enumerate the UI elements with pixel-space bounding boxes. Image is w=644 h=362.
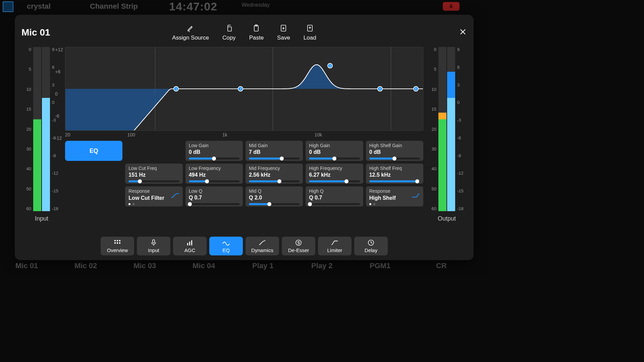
param-slider[interactable] <box>128 180 179 182</box>
svg-rect-10 <box>117 242 118 244</box>
output-meter: 0510152030405060 9630-3-6-9-12-15-18 Out… <box>427 47 467 255</box>
param-high-gain[interactable]: High Gain0 dB <box>306 141 363 161</box>
bg-appname: crystal <box>27 2 51 11</box>
bg-ch7: CR <box>436 261 447 270</box>
load-button[interactable]: Load <box>304 24 316 41</box>
eq-icon <box>222 239 230 246</box>
tab-agc[interactable]: AGC <box>173 237 207 255</box>
processing-tabs: OverviewInputAGCEQDynamicsDe-EsserLimite… <box>65 232 423 255</box>
delay-icon <box>368 239 374 246</box>
assign-source-button[interactable]: Assign Source <box>172 24 209 41</box>
param-low-frequency[interactable]: Low Frequency494 Hz <box>185 164 243 184</box>
bg-ch2: Mic 03 <box>133 261 156 270</box>
input-bar-1 <box>33 47 41 211</box>
save-icon <box>279 24 288 33</box>
param-slider[interactable] <box>249 158 300 160</box>
param-high-shelf-gain[interactable]: High Shelf Gain0 dB <box>366 141 423 161</box>
param-slider[interactable] <box>369 180 420 182</box>
overview-icon <box>114 239 121 246</box>
channel-title: Mic 01 <box>21 27 156 38</box>
param-response[interactable]: ResponseHigh Shelf <box>366 186 423 206</box>
eq-graph[interactable]: +12+60-6-12 12345 201001k10k <box>65 47 423 141</box>
svg-rect-12 <box>153 240 155 243</box>
input-icon <box>151 239 157 246</box>
bg-viewname: Channel Strip <box>90 2 138 11</box>
copy-icon <box>225 24 233 33</box>
tab-delay[interactable]: Delay <box>354 237 388 255</box>
eq-node-4[interactable]: 4 <box>377 86 383 92</box>
bg-ch3: Mic 04 <box>193 261 215 270</box>
limiter-icon <box>331 239 338 246</box>
bg-ch5: Play 2 <box>311 261 333 270</box>
bg-ch0: Mic 01 <box>15 261 38 270</box>
param-slider[interactable] <box>309 203 360 205</box>
paste-icon <box>252 24 261 33</box>
svg-rect-14 <box>189 242 190 245</box>
tab-input[interactable]: Input <box>137 237 170 255</box>
pencil-icon <box>186 24 195 33</box>
tab-overview[interactable]: Overview <box>101 237 134 255</box>
svg-rect-7 <box>117 240 118 241</box>
svg-rect-11 <box>119 242 120 244</box>
param-slider[interactable] <box>369 158 420 160</box>
svg-rect-1 <box>228 27 231 31</box>
bg-ch6: PGM1 <box>370 261 390 270</box>
eq-node-1[interactable]: 1 <box>173 86 179 92</box>
svg-rect-0 <box>450 4 452 7</box>
svg-rect-13 <box>187 243 188 245</box>
param-low-gain[interactable]: Low Gain0 dB <box>185 141 243 161</box>
output-bar-1 <box>438 47 446 211</box>
save-button[interactable]: Save <box>277 24 290 41</box>
toolbar: Assign Source Copy Paste Save Load <box>156 24 333 41</box>
param-slider[interactable] <box>309 158 360 160</box>
paste-button[interactable]: Paste <box>249 24 264 41</box>
eq-node-3[interactable]: 3 <box>327 63 333 68</box>
tab-deesser[interactable]: De-Esser <box>282 237 315 255</box>
param-slider[interactable] <box>189 203 239 205</box>
bg-day: Wednesday <box>241 2 270 8</box>
param-slider[interactable] <box>189 158 239 160</box>
param-high-q[interactable]: High QQ 0.7 <box>306 186 363 206</box>
copy-button[interactable]: Copy <box>222 24 236 41</box>
record-indicator <box>443 2 460 11</box>
svg-rect-15 <box>191 240 192 245</box>
param-low-cut-freq[interactable]: Low Cut Freq151 Hz <box>125 164 182 184</box>
input-bar-2 <box>42 47 50 211</box>
output-bar-2 <box>447 47 455 211</box>
highshelf-icon <box>411 192 420 200</box>
bg-ch4: Play 1 <box>252 261 274 270</box>
svg-rect-9 <box>114 242 116 244</box>
param-slider[interactable] <box>309 180 360 182</box>
param-response[interactable]: ResponseLow Cut Filter <box>125 186 182 206</box>
tab-eq[interactable]: EQ <box>209 237 243 255</box>
close-button[interactable] <box>459 28 467 37</box>
param-high-frequency[interactable]: High Frequency6.27 kHz <box>306 164 363 184</box>
param-mid-frequency[interactable]: Mid Frequency2.56 kHz <box>246 164 303 184</box>
close-icon <box>459 28 467 36</box>
deesser-icon <box>295 239 302 246</box>
bg-clock: 14:47:02 <box>169 0 217 13</box>
channel-strip-modal: Mic 01 Assign Source Copy Paste Save Loa… <box>15 15 474 260</box>
load-icon <box>306 24 314 33</box>
input-meter-label: Input <box>35 215 48 222</box>
param-mid-gain[interactable]: Mid Gain7 dB <box>246 141 303 161</box>
tab-dynamics[interactable]: Dynamics <box>246 237 279 255</box>
param-high-shelf-freq[interactable]: High Shelf Freq12.5 kHz <box>366 164 423 184</box>
svg-rect-6 <box>114 240 116 241</box>
dynamics-icon <box>259 239 266 246</box>
eq-toggle-button[interactable]: EQ <box>65 141 122 161</box>
tab-limiter[interactable]: Limiter <box>318 237 352 255</box>
agc-icon <box>186 239 193 246</box>
eq-node-5[interactable]: 5 <box>413 86 419 92</box>
eq-node-2[interactable]: 2 <box>238 86 243 92</box>
svg-rect-8 <box>119 240 120 241</box>
param-slider[interactable] <box>249 180 300 182</box>
param-mid-q[interactable]: Mid QQ 2.0 <box>246 186 303 206</box>
output-meter-label: Output <box>438 215 456 222</box>
app-logo <box>3 1 13 12</box>
param-slider[interactable] <box>249 203 300 205</box>
param-slider[interactable] <box>189 180 239 182</box>
bg-ch1: Mic 02 <box>74 261 97 270</box>
lowcut-icon <box>171 192 179 200</box>
param-low-q[interactable]: Low QQ 0.7 <box>185 186 243 206</box>
